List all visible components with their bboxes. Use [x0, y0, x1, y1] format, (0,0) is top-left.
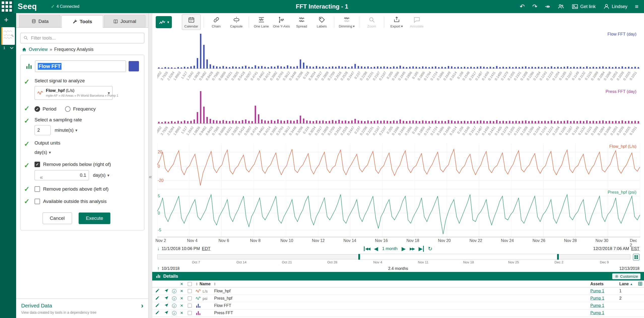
available-outside-checkbox[interactable] [35, 199, 40, 204]
full-range-end[interactable]: 12/13/2018 [619, 266, 639, 271]
tab-journal[interactable]: Journal [104, 15, 145, 27]
full-range-start[interactable]: 10/1/2018 [162, 266, 180, 271]
execute-button[interactable]: Execute [79, 213, 111, 224]
lane-flow-fft[interactable]: Flow FFT (day) [157, 31, 640, 68]
send-icon[interactable] [162, 303, 170, 308]
row-checkbox[interactable] [188, 304, 192, 308]
range-start-timezone[interactable]: EDT [202, 246, 210, 251]
collapse-panel-icon[interactable]: « [40, 174, 43, 181]
lane-press-hpf[interactable]: Press_hpf (psi) 50-5 [157, 189, 640, 237]
seeq-logo[interactable]: Seeq [18, 2, 37, 11]
filter-tools-input[interactable] [20, 33, 144, 43]
name-column-header[interactable]: Name [200, 282, 211, 286]
duration-link[interactable]: 1 month [382, 246, 397, 251]
toolbar-spread[interactable]: Spread [292, 14, 311, 30]
scrubber-selected-range[interactable] [358, 254, 559, 260]
capsule-time-toggle[interactable] [633, 254, 639, 260]
apps-grid-icon[interactable] [0, 0, 14, 13]
get-link-button[interactable]: Get link [572, 3, 596, 10]
asset-link[interactable]: Pump 1 [590, 289, 604, 293]
sort-icon[interactable]: ▲▼ [212, 282, 218, 286]
user-menu[interactable]: Lindsey [603, 3, 627, 10]
remove-below-unit-dropdown[interactable]: day(s) ▾ [92, 171, 110, 180]
trend-view-dropdown[interactable]: ▾ [156, 16, 172, 28]
customize-button[interactable]: Customize [612, 273, 640, 279]
toolbar-calendar[interactable]: Calendar [182, 14, 201, 30]
edit-icon[interactable] [152, 289, 162, 294]
undo-icon[interactable]: ↶ [520, 3, 525, 10]
toolbar-dimming[interactable]: Dimming▾ [337, 14, 356, 30]
color-swatch-button[interactable] [128, 61, 139, 72]
row-checkbox[interactable] [188, 289, 192, 293]
step-back-button[interactable]: ◀ [374, 246, 378, 252]
chevron-down-icon[interactable] [10, 46, 13, 49]
full-range-start-icon[interactable]: ↑ [157, 266, 160, 271]
sort-icon[interactable]: ▲▼ [194, 282, 200, 286]
sampling-unit-dropdown[interactable]: minute(s) ▾ [54, 126, 78, 134]
info-icon[interactable]: i [170, 296, 178, 301]
lane-flow-hpf[interactable]: Flow_hpf (L/s) 200-20 [157, 144, 640, 189]
edit-icon[interactable] [152, 303, 162, 308]
edit-icon[interactable] [152, 296, 162, 301]
toolbar-labels[interactable]: Labels [312, 14, 331, 30]
info-icon[interactable]: i [170, 311, 178, 315]
add-worksheet-button[interactable]: + [0, 15, 16, 25]
toolbar-export[interactable]: Export▾ [387, 14, 406, 30]
tab-data[interactable]: Data [19, 15, 60, 27]
edit-icon[interactable] [152, 310, 162, 316]
asset-link[interactable]: Pump 1 [590, 303, 604, 308]
skip-to-end-button[interactable]: ▶ [418, 246, 424, 252]
tab-tools[interactable]: Tools [61, 15, 103, 28]
scrubber-track[interactable] [157, 254, 630, 259]
sampling-rate-input[interactable] [35, 125, 51, 135]
connection-status[interactable]: ✓ 4 Connected [51, 4, 79, 9]
breadcrumb-overview-link[interactable]: Overview [29, 47, 48, 52]
result-name-input[interactable]: Flow FFT [35, 60, 126, 72]
info-icon[interactable]: i [170, 289, 178, 294]
step-forward-button[interactable]: ▶ [402, 246, 406, 252]
table-settings-icon[interactable] [638, 281, 642, 287]
table-row[interactable]: i ✕ Flow FFT Pump 1 [152, 302, 644, 309]
toolbar-capsule[interactable]: Capsule [227, 14, 246, 30]
remove-all-icon[interactable]: ✕ [178, 282, 185, 286]
redo-icon[interactable]: ↷ [532, 3, 537, 10]
remove-below-checkbox[interactable]: ✓ [35, 162, 40, 167]
info-icon[interactable]: i [170, 303, 178, 308]
toolbar-one-lane[interactable]: One Lane [252, 14, 271, 30]
row-checkbox[interactable] [188, 311, 192, 315]
remove-icon[interactable]: ✕ [178, 289, 185, 293]
asset-link[interactable]: Pump 1 [590, 296, 604, 300]
radio-period[interactable]: ✓ Period [35, 106, 56, 112]
worksheet-thumbnail[interactable]: ✎ [1, 27, 15, 45]
present-icon[interactable]: ↠ [545, 3, 550, 10]
signal-select-dropdown[interactable]: Flow_hpf (L/s) mple-AF » All Areas » Pi … [35, 86, 113, 100]
scrubber-left-handle[interactable] [358, 254, 360, 260]
refresh-icon[interactable]: ↻ [428, 246, 432, 252]
investigate-start-icon[interactable]: ↓ [157, 246, 160, 252]
table-row[interactable]: i ✕ L/s Flow_hpf Pump 1 1 [152, 288, 644, 295]
output-unit-dropdown[interactable]: day(s) ▾ [35, 148, 139, 157]
table-row[interactable]: i ✕ psi Press_hpf Pump 1 2 [152, 295, 644, 302]
lane-press-fft[interactable]: Press FFT (day) [157, 89, 640, 123]
range-start[interactable]: 11/1/2018 10:06 PM [162, 246, 200, 251]
assets-column-header[interactable]: Assets [590, 282, 619, 286]
home-icon[interactable] [22, 47, 27, 52]
table-row[interactable]: i ✕ Press FFT Pump 1 [152, 309, 644, 317]
toolbar-one-y-axis[interactable]: One Y-Axis [272, 14, 291, 30]
range-end[interactable]: 12/2/2018 7:06 AM [593, 246, 629, 251]
fast-forward-button[interactable]: ▶▶ [410, 246, 414, 251]
send-icon[interactable] [162, 310, 170, 316]
skip-to-start-button[interactable]: ◀◀ [364, 246, 370, 251]
radio-frequency[interactable]: Frequency [65, 106, 96, 112]
remove-above-checkbox[interactable] [35, 186, 40, 192]
remove-icon[interactable]: ✕ [178, 296, 185, 301]
asset-link[interactable]: Pump 1 [590, 311, 604, 315]
send-icon[interactable] [162, 289, 170, 294]
range-end-timezone[interactable]: EST [631, 246, 639, 251]
remove-icon[interactable]: ✕ [178, 303, 185, 308]
send-icon[interactable] [162, 296, 170, 301]
toolbar-chain[interactable]: Chain [207, 14, 226, 30]
hamburger-menu-icon[interactable]: ≡ [635, 3, 638, 10]
scrubber-right-handle[interactable] [557, 254, 559, 260]
derived-data-section[interactable]: Derived Data › View data created by tool… [16, 298, 148, 318]
